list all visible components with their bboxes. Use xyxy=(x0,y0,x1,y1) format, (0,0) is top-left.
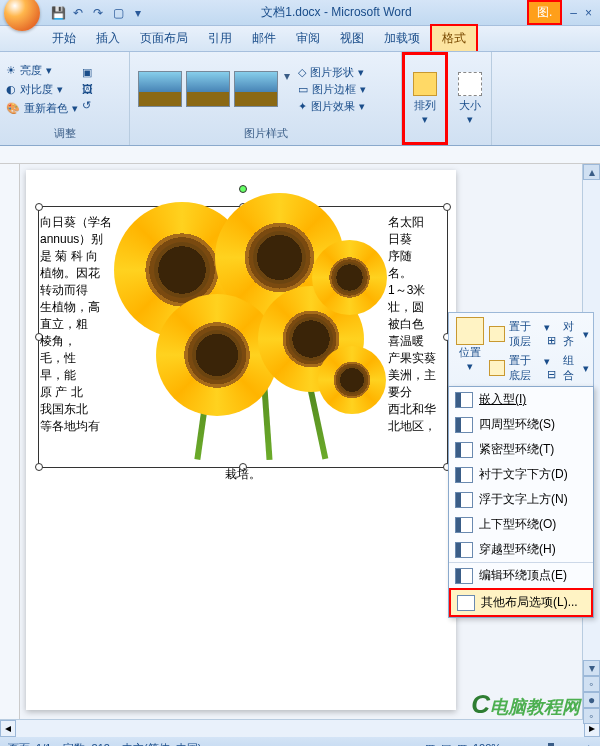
wrap-tight[interactable]: 紧密型环绕(T) xyxy=(449,437,593,462)
new-icon[interactable]: ▢ xyxy=(110,5,126,21)
zoom-in-button[interactable]: + xyxy=(586,742,592,746)
text-wrap-dropdown: 嵌入型(I) 四周型环绕(S) 紧密型环绕(T) 衬于文字下方(D) 浮于文字上… xyxy=(448,386,594,618)
tab-format[interactable]: 格式 xyxy=(430,24,478,51)
sunflower-image[interactable] xyxy=(112,210,382,460)
wrap-more-icon xyxy=(457,595,475,611)
style-thumb-3[interactable] xyxy=(234,71,278,107)
tab-insert[interactable]: 插入 xyxy=(86,26,130,51)
tab-view[interactable]: 视图 xyxy=(330,26,374,51)
style-thumb-1[interactable] xyxy=(138,71,182,107)
wrap-topbottom[interactable]: 上下型环绕(O) xyxy=(449,512,593,537)
group-adjust-label: 调整 xyxy=(6,124,123,143)
send-back-button[interactable]: 置于底层 xyxy=(509,353,540,383)
scroll-left-icon[interactable]: ◂ xyxy=(0,720,16,737)
horizontal-ruler[interactable] xyxy=(0,146,600,164)
wrap-through-icon xyxy=(455,542,473,558)
brightness-button[interactable]: ☀ 亮度 ▾ xyxy=(6,63,78,78)
tab-references[interactable]: 引用 xyxy=(198,26,242,51)
wrap-square[interactable]: 四周型环绕(S) xyxy=(449,412,593,437)
ribbon-tabs: 开始 插入 页面布局 引用 邮件 审阅 视图 加载项 格式 xyxy=(0,26,600,52)
tab-addins[interactable]: 加载项 xyxy=(374,26,430,51)
send-back-icon xyxy=(489,360,505,376)
wrap-behind[interactable]: 衬于文字下方(D) xyxy=(449,462,593,487)
tab-mail[interactable]: 邮件 xyxy=(242,26,286,51)
resize-handle-tr[interactable] xyxy=(443,203,451,211)
flower xyxy=(322,250,377,305)
arrange-button[interactable]: 排列▾ xyxy=(405,68,445,130)
title-bar: 💾 ↶ ↷ ▢ ▾ 文档1.docx - Microsoft Word 图. –… xyxy=(0,0,600,26)
zoom-out-button[interactable]: − xyxy=(507,742,513,746)
position-icon[interactable] xyxy=(456,317,484,345)
bring-front-button[interactable]: 置于顶层 xyxy=(509,319,540,349)
picture-border-button[interactable]: ▭ 图片边框 ▾ xyxy=(298,82,366,97)
page[interactable]: 向日葵（学名 annuus）别 是 菊 科 向 植物。因花 转动而得 生植物，高… xyxy=(26,170,456,710)
minimize-icon[interactable]: – xyxy=(570,6,577,20)
wrap-inline-icon xyxy=(455,392,473,408)
flower xyxy=(327,355,377,405)
wrap-tight-icon xyxy=(455,442,473,458)
arrange-icon xyxy=(413,72,437,96)
context-tab-picture[interactable]: 图. xyxy=(527,0,562,25)
picture-effects-button[interactable]: ✦ 图片效果 ▾ xyxy=(298,99,366,114)
group-button[interactable]: 组合 xyxy=(563,353,579,383)
reset-picture-icon[interactable]: ↺ xyxy=(82,99,93,112)
group-styles-label: 图片样式 xyxy=(136,124,395,143)
redo-icon[interactable]: ↷ xyxy=(90,5,106,21)
position-button[interactable]: 位置 xyxy=(453,345,487,360)
wrap-front-icon xyxy=(455,492,473,508)
picture-shape-button[interactable]: ◇ 图片形状 ▾ xyxy=(298,65,366,80)
wrap-front[interactable]: 浮于文字上方(N) xyxy=(449,487,593,512)
prev-page-icon[interactable]: ◦ xyxy=(583,676,600,692)
view-read-icon[interactable]: ▤ xyxy=(441,742,451,747)
tab-home[interactable]: 开始 xyxy=(42,26,86,51)
horizontal-scrollbar[interactable]: ◂ ▸ xyxy=(0,719,600,737)
size-button[interactable]: 大小▾ xyxy=(450,68,490,130)
group-size: 大小▾ xyxy=(448,52,492,145)
wrap-edit-icon xyxy=(455,568,473,584)
group-adjust: ☀ 亮度 ▾ ◐ 对比度 ▾ 🎨 重新着色 ▾ ▣ 🖼 ↺ 调整 xyxy=(0,52,130,145)
status-words[interactable]: 字数: 212 xyxy=(63,741,109,747)
bring-front-icon xyxy=(489,326,505,342)
undo-icon[interactable]: ↶ xyxy=(70,5,86,21)
compress-icon[interactable]: ▣ xyxy=(82,66,93,79)
change-picture-icon[interactable]: 🖼 xyxy=(82,83,93,95)
save-icon[interactable]: 💾 xyxy=(50,5,66,21)
style-thumb-2[interactable] xyxy=(186,71,230,107)
wrap-inline[interactable]: 嵌入型(I) xyxy=(449,387,593,412)
close-icon[interactable]: × xyxy=(585,6,592,20)
status-page[interactable]: 页面: 1/1 xyxy=(8,741,51,747)
body-text-bottom: 栽培。 xyxy=(40,466,446,483)
group-picture-styles: ▾ ◇ 图片形状 ▾ ▭ 图片边框 ▾ ✦ 图片效果 ▾ 图片样式 xyxy=(130,52,402,145)
scroll-down-icon[interactable]: ▾ xyxy=(583,660,600,676)
wrap-topbottom-icon xyxy=(455,517,473,533)
tab-review[interactable]: 审阅 xyxy=(286,26,330,51)
rotate-handle[interactable] xyxy=(239,185,247,193)
wrap-more-options[interactable]: 其他布局选项(L)... xyxy=(449,588,593,617)
browse-object-icon[interactable]: ● xyxy=(583,692,600,708)
contrast-button[interactable]: ◐ 对比度 ▾ xyxy=(6,82,78,97)
vertical-ruler[interactable] xyxy=(0,164,20,719)
quick-access-toolbar: 💾 ↶ ↷ ▢ ▾ xyxy=(50,5,146,21)
document-area: 向日葵（学名 annuus）别 是 菊 科 向 植物。因花 转动而得 生植物，高… xyxy=(0,164,600,719)
next-page-icon[interactable]: ◦ xyxy=(583,708,600,724)
view-web-icon[interactable]: ▥ xyxy=(457,742,467,747)
ribbon: ☀ 亮度 ▾ ◐ 对比度 ▾ 🎨 重新着色 ▾ ▣ 🖼 ↺ 调整 ▾ ◇ 图片形… xyxy=(0,52,600,146)
scroll-up-icon[interactable]: ▴ xyxy=(583,164,600,180)
wrap-behind-icon xyxy=(455,467,473,483)
body-text-right: 名太阳 日葵 序随 名。 1～3米 壮，圆 被白色 喜温暖 产果实葵 美洲，主要… xyxy=(388,214,442,435)
view-print-icon[interactable]: ▦ xyxy=(425,742,435,747)
style-gallery-more-icon[interactable]: ▾ xyxy=(280,69,294,109)
wrap-square-icon xyxy=(455,417,473,433)
status-bar: 页面: 1/1 字数: 212 中文(简体, 中国) ▦ ▤ ▥ 100% − … xyxy=(0,737,600,746)
wrap-edit-points[interactable]: 编辑环绕顶点(E) xyxy=(449,562,593,588)
group-arrange[interactable]: 排列▾ xyxy=(402,52,448,145)
flower xyxy=(172,310,262,400)
zoom-level[interactable]: 100% xyxy=(473,742,501,746)
resize-handle-tl[interactable] xyxy=(35,203,43,211)
qat-dropdown-icon[interactable]: ▾ xyxy=(130,5,146,21)
status-language[interactable]: 中文(简体, 中国) xyxy=(122,741,201,747)
align-button[interactable]: 对齐 xyxy=(563,319,579,349)
tab-layout[interactable]: 页面布局 xyxy=(130,26,198,51)
recolor-button[interactable]: 🎨 重新着色 ▾ xyxy=(6,101,78,116)
wrap-through[interactable]: 穿越型环绕(H) xyxy=(449,537,593,562)
